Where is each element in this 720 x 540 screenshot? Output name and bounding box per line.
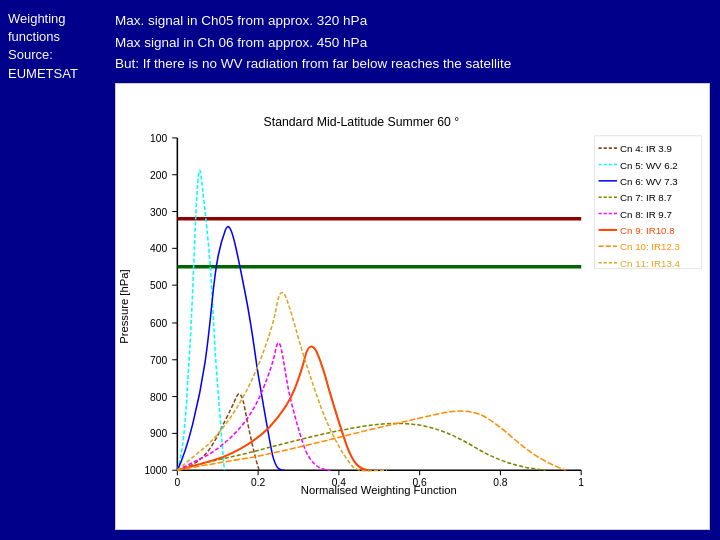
svg-text:Cn  9: IR10.8: Cn 9: IR10.8 (620, 225, 674, 236)
header-line2: Max signal in Ch 06 from approx. 450 hPa (115, 32, 710, 54)
svg-text:800: 800 (150, 391, 167, 402)
svg-text:200: 200 (150, 170, 167, 181)
svg-text:0.4: 0.4 (332, 476, 347, 487)
svg-text:400: 400 (150, 243, 167, 254)
svg-text:300: 300 (150, 206, 167, 217)
sidebar: Weighting functions Source: EUMETSAT (0, 0, 110, 540)
header-text: Max. signal in Ch05 from approx. 320 hPa… (115, 10, 710, 75)
svg-text:0.8: 0.8 (493, 476, 508, 487)
svg-text:900: 900 (150, 428, 167, 439)
header-line1: Max. signal in Ch05 from approx. 320 hPa (115, 10, 710, 32)
svg-text:Cn  8: IR 9.7: Cn 8: IR 9.7 (620, 208, 672, 219)
svg-text:700: 700 (150, 355, 167, 366)
svg-text:100: 100 (150, 133, 167, 144)
svg-text:Pressure [hPa]: Pressure [hPa] (118, 269, 130, 343)
svg-text:Normalised Weighting Function: Normalised Weighting Function (301, 483, 457, 495)
sidebar-text: Weighting functions Source: EUMETSAT (8, 10, 102, 83)
chart-svg: Standard Mid-Latitude Summer 60 ° Pressu… (116, 84, 709, 529)
svg-text:Cn 11: IR13.4: Cn 11: IR13.4 (620, 258, 680, 269)
svg-text:Cn  7: IR 8.7: Cn 7: IR 8.7 (620, 192, 672, 203)
svg-text:Cn  6: WV 7.3: Cn 6: WV 7.3 (620, 176, 678, 187)
main-content: Max. signal in Ch05 from approx. 320 hPa… (110, 0, 720, 540)
svg-text:0.6: 0.6 (413, 476, 428, 487)
sidebar-line4: EUMETSAT (8, 66, 78, 81)
sidebar-line2: functions (8, 29, 60, 44)
svg-text:Cn  4: IR 3.9: Cn 4: IR 3.9 (620, 143, 672, 154)
svg-text:1000: 1000 (144, 465, 167, 476)
svg-text:1: 1 (578, 476, 584, 487)
svg-text:600: 600 (150, 318, 167, 329)
svg-text:Cn  5: WV 6.2: Cn 5: WV 6.2 (620, 159, 678, 170)
sidebar-line3: Source: (8, 47, 53, 62)
svg-text:500: 500 (150, 280, 167, 291)
chart-container: Standard Mid-Latitude Summer 60 ° Pressu… (115, 83, 710, 530)
header-line3: But: If there is no WV radiation from fa… (115, 53, 710, 75)
svg-text:Cn 10: IR12.3: Cn 10: IR12.3 (620, 241, 680, 252)
sidebar-line1: Weighting (8, 11, 66, 26)
svg-text:0.2: 0.2 (251, 476, 266, 487)
svg-text:0: 0 (175, 476, 181, 487)
chart-title: Standard Mid-Latitude Summer 60 ° (264, 114, 460, 128)
